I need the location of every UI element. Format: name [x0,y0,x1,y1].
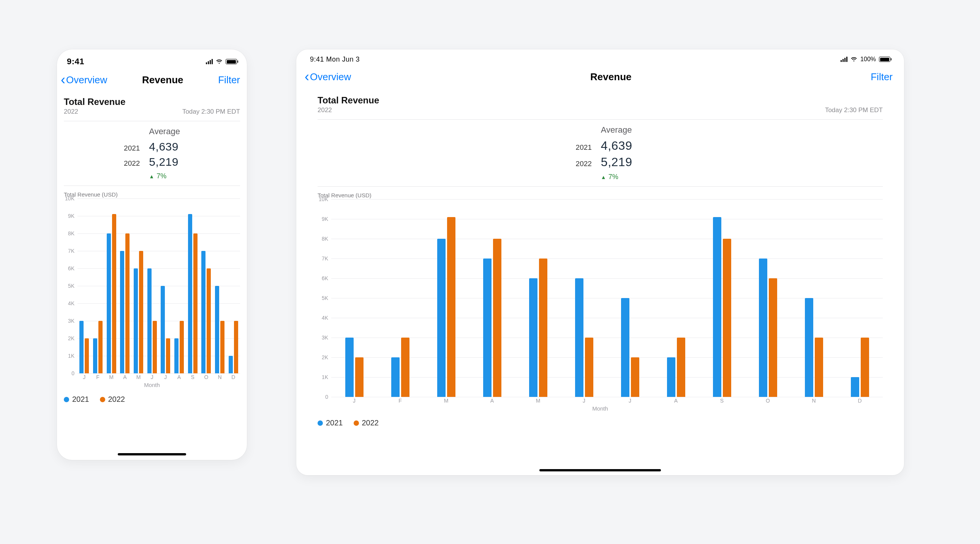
y-tick-label: 7K [322,255,328,262]
x-tick-label: A [653,398,699,405]
bar-2022 [153,321,157,373]
bar-2022 [677,338,685,397]
wifi-icon [216,59,223,64]
content: Total Revenue 2022 Today 2:30 PM EDT Ave… [57,92,247,404]
x-tick-label: J [561,398,607,405]
trend-up-icon: ▲ [601,174,606,180]
bar-2021 [483,258,492,397]
bar-2021 [851,377,859,397]
bar-group [161,198,170,373]
back-label: Overview [310,71,351,83]
back-button[interactable]: ‹ Overview [61,73,107,87]
chevron-left-icon: ‹ [61,73,65,87]
back-label: Overview [66,74,107,86]
bar-2022 [99,321,103,373]
statusbar-time: 9:41 [67,57,84,67]
bar-2022 [723,239,731,397]
bar-2021 [93,338,97,373]
x-tick-label: A [469,398,515,405]
bar-2021 [805,298,813,397]
bar-2022 [193,233,197,373]
y-tick-label: 8K [68,230,75,236]
y-tick-label: 8K [322,236,328,242]
divider [318,186,883,187]
x-tick-label: F [91,374,105,381]
bar-group [188,198,197,373]
statusbar: 9:41 [57,49,247,69]
bar-2022 [631,357,639,397]
legend-item-2022: 2022 [354,418,379,427]
x-tick-label: D [226,374,240,381]
x-tick-label: M [105,374,118,381]
back-button[interactable]: ‹ Overview [305,70,351,84]
content: Total Revenue 2022 Today 2:30 PM EDT Ave… [296,91,904,427]
x-tick-label: M [423,398,469,405]
bar-group [174,198,184,373]
y-tick-label: 1K [68,353,75,359]
bar-2022 [180,321,184,373]
tablet-device: 9:41 Mon Jun 3 100% ‹ Overview Revenue F… [296,49,904,475]
bar-2021 [107,233,111,373]
x-tick-label: J [78,374,91,381]
y-tick-label: 0 [72,370,75,376]
bar-group [345,199,364,397]
legend-swatch-icon [318,420,323,426]
bar-group [391,199,409,397]
x-tick-label: M [515,398,561,405]
filter-button[interactable]: Filter [218,74,240,86]
chart-y-title: Total Revenue (USD) [64,191,240,198]
bar-group [93,198,103,373]
statusbar-time: 9:41 Mon Jun 3 [310,56,360,64]
x-tick-label: S [699,398,745,405]
legend: 2021 2022 [64,395,240,404]
chart-x-title: Month [64,382,240,388]
avg-year: 2022 [64,159,142,168]
filter-button[interactable]: Filter [870,71,892,83]
bar-2022 [207,268,211,373]
x-tick-label: O [199,374,213,381]
bar-2022 [355,357,364,397]
phone-device: 9:41 ‹ Overview Revenue Filter Total Rev… [57,49,247,460]
y-tick-label: 9K [68,213,75,219]
legend-swatch-icon [64,397,69,402]
bar-2022 [539,258,547,397]
y-tick-label: 5K [68,283,75,289]
x-tick-label: J [607,398,653,405]
bar-2021 [161,286,165,373]
avg-value: 4,639 [601,139,883,153]
legend-swatch-icon [354,420,359,426]
home-indicator [539,469,661,471]
page-title: Revenue [142,74,183,86]
x-tick-label: M [132,374,145,381]
bar-2022 [585,338,593,397]
bar-group [215,198,224,373]
x-tick-label: J [331,398,377,405]
divider [318,120,883,120]
bar-group [437,199,455,397]
legend-item-2022: 2022 [100,395,125,404]
home-indicator [118,453,186,455]
bar-2021 [575,278,584,397]
gridline [78,373,240,374]
x-tick-label: S [186,374,199,381]
bar-2022 [493,239,501,397]
legend-label: 2021 [326,418,343,427]
bar-2022 [112,214,116,373]
navbar: ‹ Overview Revenue Filter [296,65,904,91]
bar-group [80,198,89,373]
y-tick-label: 0 [325,394,328,400]
y-tick-label: 1K [322,374,328,380]
bar-2022 [234,321,238,373]
bar-group [713,199,731,397]
avg-value: 4,639 [149,140,240,153]
bar-2021 [134,268,138,373]
bar-2021 [713,217,721,397]
y-tick-label: 9K [322,216,328,222]
battery-icon [226,59,237,64]
bar-2022 [447,217,455,397]
bar-2022 [861,338,869,397]
legend-label: 2022 [362,418,379,427]
avg-year: 2021 [64,144,142,152]
bar-2021 [120,251,124,373]
legend-label: 2022 [108,395,125,404]
